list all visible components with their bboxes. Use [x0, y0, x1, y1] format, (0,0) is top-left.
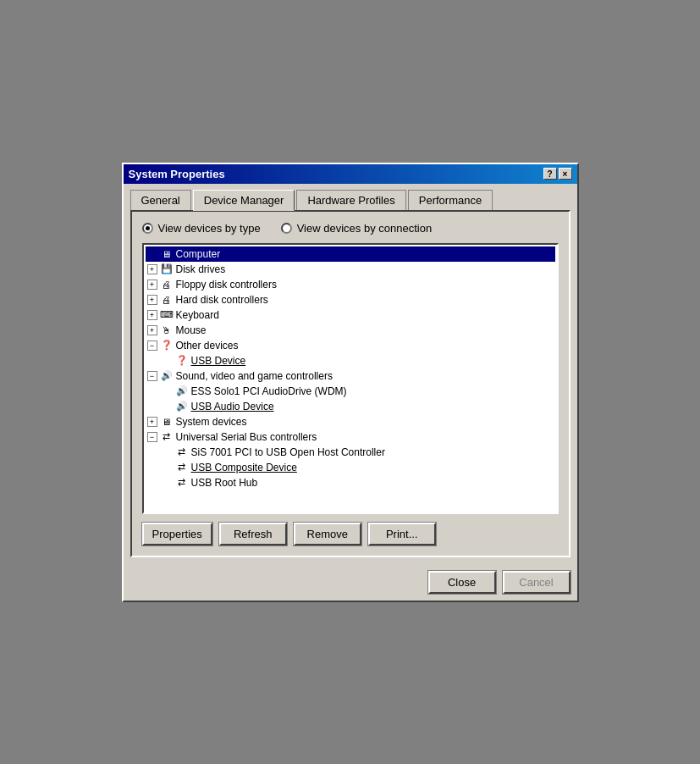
- radio-by-type-circle: [142, 223, 153, 234]
- floppy-icon: 🖨: [160, 278, 174, 291]
- expand-disk-drives[interactable]: +: [147, 264, 157, 274]
- other-devices-icon: ❓: [160, 339, 174, 352]
- computer-label: Computer: [176, 248, 221, 260]
- print-button[interactable]: Print...: [368, 523, 436, 545]
- remove-button[interactable]: Remove: [294, 523, 361, 545]
- tree-item-sis-7001[interactable]: ⇄ SiS 7001 PCI to USB Open Host Controll…: [146, 445, 555, 460]
- tree-item-mouse[interactable]: + 🖱 Mouse: [146, 323, 555, 338]
- dialog-title: System Properties: [129, 168, 225, 180]
- close-dialog-button[interactable]: Close: [428, 571, 496, 594]
- disk-drives-label: Disk drives: [176, 263, 226, 275]
- other-devices-label: Other devices: [176, 340, 239, 352]
- system-devices-label: System devices: [176, 416, 247, 428]
- tree-item-other-devices[interactable]: − ❓ Other devices: [146, 338, 555, 353]
- usb-composite-icon: ⇄: [175, 461, 189, 474]
- tab-row: General Device Manager Hardware Profiles…: [130, 189, 570, 210]
- device-tree[interactable]: 🖥 Computer + 💾 Disk drives + 🖨 Floppy di…: [142, 243, 559, 514]
- close-button[interactable]: ×: [559, 168, 572, 180]
- system-properties-dialog: System Properties ? × General Device Man…: [122, 163, 579, 602]
- bottom-button-row: Close Cancel: [124, 564, 577, 601]
- radio-by-type-label: View devices by type: [158, 222, 261, 235]
- properties-button[interactable]: Properties: [142, 523, 212, 545]
- tab-general[interactable]: General: [130, 190, 191, 211]
- expand-usb-controllers[interactable]: −: [147, 432, 157, 442]
- usb-audio-icon: 🔊: [175, 400, 189, 413]
- sis-7001-label: SiS 7001 PCI to USB Open Host Controller: [191, 446, 385, 458]
- usb-device-label: USB Device: [191, 355, 246, 367]
- expand-system-devices[interactable]: +: [147, 417, 157, 427]
- tree-item-usb-audio[interactable]: 🔊 USB Audio Device: [146, 399, 555, 414]
- disk-icon: 💾: [160, 263, 174, 276]
- keyboard-icon: ⌨: [160, 308, 174, 322]
- tree-item-system-devices[interactable]: + 🖥 System devices: [146, 414, 555, 429]
- computer-icon: 🖥: [160, 247, 174, 261]
- hdd-icon: 🖨: [160, 293, 174, 307]
- usb-composite-label: USB Composite Device: [191, 462, 297, 473]
- hdd-label: Hard disk controllers: [176, 294, 268, 306]
- tree-item-disk-drives[interactable]: + 💾 Disk drives: [146, 262, 555, 277]
- expand-keyboard[interactable]: +: [147, 310, 157, 320]
- usb-root-hub-label: USB Root Hub: [191, 477, 258, 489]
- ess-solo-label: ESS Solo1 PCI AudioDrive (WDM): [191, 385, 347, 397]
- expand-hdd[interactable]: +: [147, 295, 157, 305]
- tree-item-usb-device[interactable]: ❓ USB Device: [146, 353, 555, 368]
- ess-solo-icon: 🔊: [175, 385, 189, 398]
- sis-7001-icon: ⇄: [175, 446, 189, 459]
- title-bar: System Properties ? ×: [124, 164, 577, 184]
- tree-item-ess-solo[interactable]: 🔊 ESS Solo1 PCI AudioDrive (WDM): [146, 384, 555, 399]
- tab-device-manager[interactable]: Device Manager: [193, 190, 295, 211]
- tree-item-usb-controllers[interactable]: − ⇄ Universal Serial Bus controllers: [146, 429, 555, 445]
- usb-device-icon: ❓: [175, 354, 189, 368]
- keyboard-label: Keyboard: [176, 309, 219, 321]
- mouse-label: Mouse: [176, 324, 207, 336]
- tab-hardware-profiles[interactable]: Hardware Profiles: [296, 190, 405, 211]
- usb-audio-label: USB Audio Device: [191, 401, 274, 412]
- radio-by-connection[interactable]: View devices by connection: [281, 222, 432, 235]
- usb-root-hub-icon: ⇄: [175, 476, 189, 490]
- cancel-button[interactable]: Cancel: [503, 571, 570, 594]
- dialog-body: General Device Manager Hardware Profiles…: [124, 184, 577, 564]
- tree-item-usb-composite[interactable]: ⇄ USB Composite Device: [146, 460, 555, 475]
- radio-row: View devices by type View devices by con…: [142, 222, 559, 235]
- help-button[interactable]: ?: [543, 168, 557, 180]
- action-button-row: Properties Refresh Remove Print...: [142, 523, 559, 545]
- tab-performance[interactable]: Performance: [408, 190, 493, 211]
- system-devices-icon: 🖥: [160, 415, 174, 429]
- expand-mouse[interactable]: +: [147, 325, 157, 335]
- radio-by-type[interactable]: View devices by type: [142, 222, 261, 235]
- title-bar-buttons: ? ×: [543, 168, 572, 180]
- refresh-button[interactable]: Refresh: [219, 523, 287, 545]
- sound-label: Sound, video and game controllers: [176, 370, 333, 382]
- radio-by-connection-label: View devices by connection: [297, 222, 432, 235]
- mouse-icon: 🖱: [160, 324, 174, 337]
- tree-item-keyboard[interactable]: + ⌨ Keyboard: [146, 307, 555, 323]
- radio-by-connection-circle: [281, 223, 292, 234]
- expand-floppy[interactable]: +: [147, 280, 157, 290]
- tree-item-sound[interactable]: − 🔊 Sound, video and game controllers: [146, 368, 555, 384]
- tree-item-computer[interactable]: 🖥 Computer: [146, 246, 555, 262]
- sound-icon: 🔊: [160, 369, 174, 383]
- tree-item-floppy[interactable]: + 🖨 Floppy disk controllers: [146, 277, 555, 292]
- usb-controllers-icon: ⇄: [160, 430, 174, 444]
- floppy-label: Floppy disk controllers: [176, 279, 277, 291]
- usb-controllers-label: Universal Serial Bus controllers: [176, 431, 317, 443]
- tab-content: View devices by type View devices by con…: [130, 210, 570, 557]
- expand-other-devices[interactable]: −: [147, 340, 157, 351]
- tree-item-hdd[interactable]: + 🖨 Hard disk controllers: [146, 292, 555, 307]
- expand-sound[interactable]: −: [147, 371, 157, 381]
- tree-item-usb-root-hub[interactable]: ⇄ USB Root Hub: [146, 475, 555, 490]
